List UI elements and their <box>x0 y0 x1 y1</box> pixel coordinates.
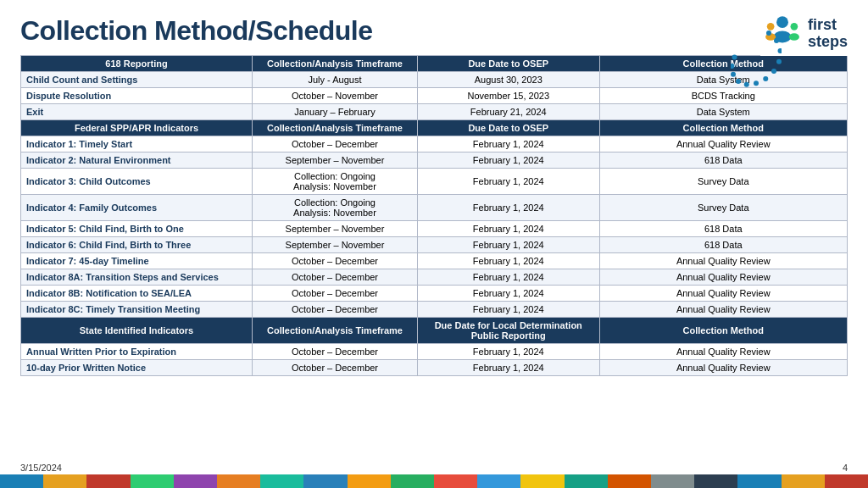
svg-point-5 <box>763 76 768 81</box>
row-timeframe: October – December <box>253 269 418 286</box>
svg-point-2 <box>778 48 782 53</box>
svg-point-4 <box>771 69 776 74</box>
svg-point-0 <box>766 30 771 36</box>
row-timeframe: January – February <box>253 104 418 120</box>
row-label: Indicator 8C: Timely Transition Meeting <box>21 302 253 318</box>
footer-seg-16 <box>651 474 694 488</box>
row-label: Indicator 8A: Transition Steps and Servi… <box>21 269 253 286</box>
footer-date: 3/15/2024 <box>20 463 62 473</box>
svg-point-7 <box>744 82 749 87</box>
dotted-arc-icon <box>731 20 782 122</box>
row-label: Annual Written Prior to Expiration <box>21 344 253 360</box>
row-method: Annual Quality Review <box>599 360 848 376</box>
table-row: Indicator 8B: Notification to SEA/LEA Oc… <box>21 286 848 302</box>
logo-area: first steps <box>760 12 848 56</box>
row-due: February 1, 2024 <box>418 221 600 237</box>
row-method: 618 Data <box>599 221 848 237</box>
footer-seg-18 <box>737 474 781 488</box>
row-method: 618 Data <box>599 237 848 253</box>
table-row: Indicator 8A: Transition Steps and Servi… <box>21 269 848 286</box>
footer-page: 4 <box>843 463 848 473</box>
row-due: February 1, 2024 <box>418 286 600 302</box>
table-row: Indicator 1: Timely Start October – Dece… <box>21 136 848 152</box>
section3-col4: Collection Method <box>599 318 848 344</box>
row-due: February 1, 2024 <box>418 152 600 169</box>
table-row: Dispute Resolution October – November No… <box>21 88 848 104</box>
row-method: BCDS Tracking <box>599 88 848 104</box>
footer-color-bar <box>0 474 868 488</box>
row-due: February 1, 2024 <box>418 253 600 269</box>
table-row: Indicator 8C: Timely Transition Meeting … <box>21 302 848 318</box>
section2-label: Federal SPP/APR Indicators <box>21 120 253 136</box>
table-container: 618 Reporting Collection/Analysis Timefr… <box>20 55 848 376</box>
row-timeframe: October – December <box>253 360 418 376</box>
row-label: Child Count and Settings <box>21 72 253 88</box>
row-method: Data System <box>599 104 848 120</box>
row-label: Indicator 3: Child Outcomes <box>21 169 253 195</box>
svg-point-1 <box>774 38 779 43</box>
row-label: Exit <box>21 104 253 120</box>
row-method: Survey Data <box>599 195 848 221</box>
table-row: Indicator 2: Natural Environment Septemb… <box>21 152 848 169</box>
row-due: February 1, 2024 <box>418 169 600 195</box>
section2-col3: Due Date to OSEP <box>418 120 600 136</box>
footer-seg-8 <box>303 474 347 488</box>
footer-seg-5 <box>174 474 217 488</box>
row-method: Survey Data <box>599 169 848 195</box>
col2-header-618: Collection/Analysis Timeframe <box>253 56 418 72</box>
table-row: Indicator 6: Child Find, Birth to Three … <box>21 237 848 253</box>
footer-seg-7 <box>260 474 303 488</box>
footer-seg-2 <box>43 474 86 488</box>
row-due: February 1, 2024 <box>418 269 600 286</box>
row-label: 10-day Prior Written Notice <box>21 360 253 376</box>
page-title: Collection Method/Schedule <box>20 15 848 47</box>
row-label: Indicator 1: Timely Start <box>21 136 253 152</box>
table-row: Indicator 3: Child Outcomes Collection: … <box>21 169 848 195</box>
footer-seg-6 <box>217 474 260 488</box>
row-timeframe: September – November <box>253 221 418 237</box>
col4-header-618: Collection Method <box>599 56 848 72</box>
svg-point-8 <box>736 79 741 84</box>
row-method: Annual Quality Review <box>599 253 848 269</box>
section3-col3: Due Date for Local Determination Public … <box>418 318 600 344</box>
row-method: 618 Data <box>599 152 848 169</box>
logo-text: first steps <box>808 17 848 51</box>
col3-header-618: Due Date to OSEP <box>418 56 600 72</box>
table-row: Exit January – February February 21, 202… <box>21 104 848 120</box>
row-method: Annual Quality Review <box>599 286 848 302</box>
row-label: Indicator 6: Child Find, Birth to Three <box>21 237 253 253</box>
footer-seg-10 <box>391 474 434 488</box>
row-timeframe: September – November <box>253 152 418 169</box>
section1-header-row: 618 Reporting Collection/Analysis Timefr… <box>21 56 848 72</box>
row-label: Indicator 2: Natural Environment <box>21 152 253 169</box>
row-timeframe: Collection: OngoingAnalysis: November <box>253 195 418 221</box>
footer-seg-15 <box>608 474 651 488</box>
row-due: February 21, 2024 <box>418 104 600 120</box>
row-due: November 15, 2023 <box>418 88 600 104</box>
table-row: Indicator 5: Child Find, Birth to One Se… <box>21 221 848 237</box>
row-method: Annual Quality Review <box>599 136 848 152</box>
row-due: February 1, 2024 <box>418 360 600 376</box>
row-due: February 1, 2024 <box>418 237 600 253</box>
row-label: Indicator 4: Family Outcomes <box>21 195 253 221</box>
row-timeframe: Collection: OngoingAnalysis: November <box>253 169 418 195</box>
row-method: Annual Quality Review <box>599 302 848 318</box>
col1-header: 618 Reporting <box>21 56 253 72</box>
row-due: February 1, 2024 <box>418 344 600 360</box>
table-row: Indicator 4: Family Outcomes Collection:… <box>21 195 848 221</box>
svg-point-17 <box>789 33 799 41</box>
footer-seg-11 <box>434 474 477 488</box>
footer-seg-17 <box>694 474 737 488</box>
footer-seg-19 <box>782 474 825 488</box>
table-row: Annual Written Prior to Expiration Octob… <box>21 344 848 360</box>
row-timeframe: October – December <box>253 344 418 360</box>
svg-point-10 <box>731 64 735 69</box>
row-due: February 1, 2024 <box>418 136 600 152</box>
main-table: 618 Reporting Collection/Analysis Timefr… <box>20 55 848 376</box>
footer-seg-13 <box>520 474 564 488</box>
row-method: Data System <box>599 72 848 88</box>
section3-header-row: State Identified Indicators Collection/A… <box>21 318 848 344</box>
row-method: Annual Quality Review <box>599 344 848 360</box>
svg-point-11 <box>732 55 737 60</box>
svg-point-16 <box>791 23 798 30</box>
